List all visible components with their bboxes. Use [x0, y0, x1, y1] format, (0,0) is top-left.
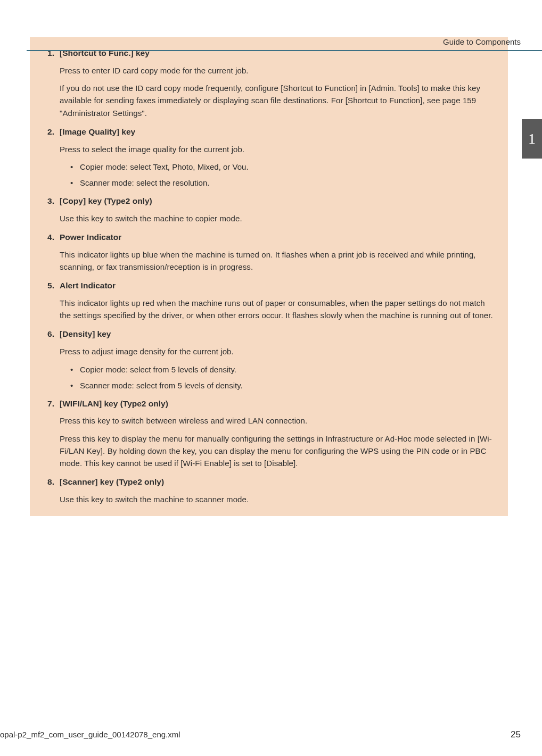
- item-number: 1.: [44, 47, 59, 124]
- list-item: 5. Alert Indicator This indicator lights…: [44, 279, 497, 327]
- chapter-thumb-tab: 1: [522, 119, 542, 159]
- item-paragraph: Use this key to switch the machine to co…: [60, 212, 497, 225]
- item-heading: [Image Quality] key: [60, 126, 497, 139]
- item-number: 6.: [44, 328, 59, 396]
- item-paragraph: Press this key to display the menu for m…: [60, 433, 497, 470]
- document-page: Guide to Components 1 1. [Shortcut to Fu…: [0, 37, 542, 756]
- list-item: 3. [Copy] key (Type2 only) Use this key …: [44, 195, 497, 230]
- bullet: Copier mode: select from 5 levels of den…: [70, 363, 497, 376]
- item-number: 5.: [44, 279, 59, 327]
- item-number: 8.: [44, 476, 59, 508]
- list-item: 8. [Scanner] key (Type2 only) Use this k…: [44, 476, 497, 508]
- bullet: Scanner mode: select from 5 levels of de…: [70, 379, 497, 392]
- item-paragraph: If you do not use the ID card copy mode …: [60, 82, 497, 119]
- item-heading: Power Indicator: [60, 231, 497, 244]
- item-number: 4.: [44, 231, 59, 278]
- header-divider: [27, 50, 542, 51]
- definitions-box: 1. [Shortcut to Func.] key Press to ente…: [30, 37, 508, 516]
- list-item: 1. [Shortcut to Func.] key Press to ente…: [44, 47, 497, 124]
- item-paragraph: Press this key to switch between wireles…: [60, 414, 497, 427]
- item-number: 7.: [44, 397, 59, 475]
- section-title: Guide to Components: [443, 37, 521, 46]
- item-heading: [Shortcut to Func.] key: [60, 47, 497, 60]
- item-paragraph: Use this key to switch the machine to sc…: [60, 493, 497, 505]
- item-bullets: Copier mode: select Text, Photo, Mixed, …: [70, 161, 497, 189]
- footer-page-number: 25: [511, 729, 521, 740]
- item-paragraph: This indicator lights up red when the ma…: [60, 297, 497, 322]
- list-item: 2. [Image Quality] key Press to select t…: [44, 126, 497, 194]
- item-paragraph: Press to enter ID card copy mode for the…: [60, 64, 497, 77]
- item-bullets: Copier mode: select from 5 levels of den…: [70, 363, 497, 392]
- item-heading: [Scanner] key (Type2 only): [60, 476, 497, 489]
- item-heading: [WIFI/LAN] key (Type2 only): [60, 397, 497, 411]
- list-item: 4. Power Indicator This indicator lights…: [44, 231, 497, 278]
- bullet: Scanner mode: select the resolution.: [70, 177, 497, 189]
- footer: opal-p2_mf2_com_user_guide_00142078_eng.…: [0, 729, 521, 740]
- item-paragraph: Press to adjust image density for the cu…: [60, 345, 497, 358]
- footer-filename: opal-p2_mf2_com_user_guide_00142078_eng.…: [0, 730, 180, 739]
- definitions-list: 1. [Shortcut to Func.] key Press to ente…: [44, 47, 497, 508]
- item-heading: [Density] key: [60, 328, 497, 341]
- item-paragraph: This indicator lights up blue when the m…: [60, 248, 497, 273]
- item-heading: [Copy] key (Type2 only): [60, 195, 497, 208]
- list-item: 6. [Density] key Press to adjust image d…: [44, 328, 497, 396]
- item-heading: Alert Indicator: [60, 279, 497, 293]
- item-number: 3.: [44, 195, 59, 230]
- bullet: Copier mode: select Text, Photo, Mixed, …: [70, 161, 497, 173]
- list-item: 7. [WIFI/LAN] key (Type2 only) Press thi…: [44, 397, 497, 475]
- item-paragraph: Press to select the image quality for th…: [60, 143, 497, 155]
- item-number: 2.: [44, 126, 59, 194]
